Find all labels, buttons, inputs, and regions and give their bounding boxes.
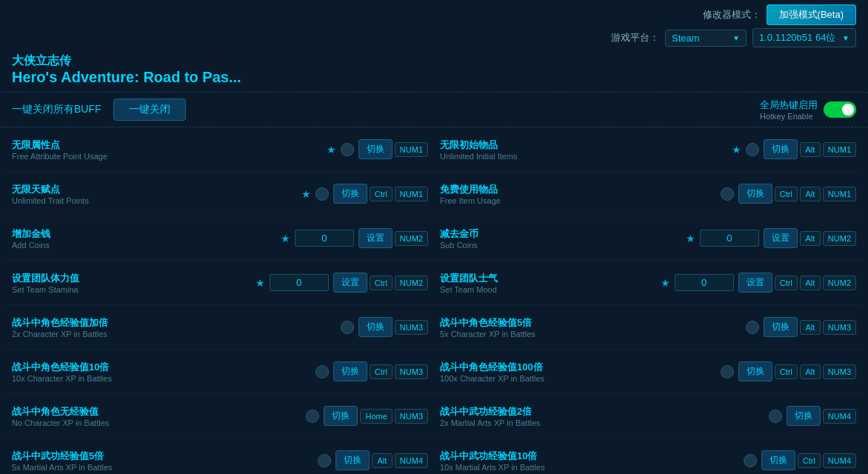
- cheat-item-no_char_xp: 战斗中角色无经验值No Character XP in Battles切换Hom…: [6, 394, 434, 438]
- action-btn-add_coins[interactable]: 设置: [358, 228, 393, 248]
- toggle-dot-no_char_xp[interactable]: [306, 410, 319, 423]
- toggle-dot-5x_martial_xp[interactable]: [318, 454, 331, 467]
- toggle-dot-100x_char_xp[interactable]: [721, 365, 734, 378]
- cheat-name-zh-set_stamina: 设置团队体力值: [12, 272, 251, 285]
- star-icon-set_mood[interactable]: ★: [661, 277, 670, 289]
- toggle-dot-10x_martial_xp[interactable]: [744, 454, 757, 467]
- hotkey-display-100x_char_xp: 切换CtrlAltNUM3: [738, 361, 856, 381]
- toggle-dot-free_item_usage[interactable]: [721, 187, 734, 201]
- toggle-dot-free_attr[interactable]: [341, 143, 354, 156]
- key-badge-Home-no_char_xp: Home: [360, 409, 392, 424]
- cheat-name-zh-free_trait: 无限天赋点: [12, 183, 297, 196]
- key-badge-NUM2-add_coins: NUM2: [395, 231, 428, 246]
- cheat-name-en-unlimited_items: Unlimited Initial Items: [440, 152, 727, 161]
- toggle-dot-2x_char_xp[interactable]: [341, 321, 354, 334]
- key-badge-Ctrl-set_stamina: Ctrl: [370, 276, 393, 290]
- value-input-set_mood[interactable]: [675, 274, 734, 291]
- key-badge-NUM4-10x_martial_xp: NUM4: [823, 453, 856, 468]
- value-input-set_stamina[interactable]: [270, 274, 329, 291]
- action-btn-set_stamina[interactable]: 设置: [333, 273, 367, 293]
- cheat-name-zh-5x_martial_xp: 战斗中武功经验值5倍: [12, 450, 313, 463]
- version-chevron-icon: ▼: [842, 34, 849, 42]
- star-icon-set_stamina[interactable]: ★: [256, 277, 265, 289]
- cheat-info-set_stamina: 设置团队体力值Set Team Stamina: [12, 272, 251, 294]
- key-badge-NUM3-no_char_xp: NUM3: [395, 409, 428, 424]
- toggle-dot-2x_martial_xp[interactable]: [769, 410, 782, 423]
- hotkey-toggle[interactable]: [824, 101, 856, 118]
- star-icon-free_attr[interactable]: ★: [327, 144, 336, 156]
- action-btn-free_attr[interactable]: 切换: [358, 139, 393, 159]
- hotkey-label: 全局热键启用: [760, 99, 818, 112]
- close-all-label: 一键关闭所有BUFF: [12, 103, 101, 116]
- key-badge-Ctrl-set_mood: Ctrl: [775, 276, 798, 290]
- star-icon-free_trait[interactable]: ★: [301, 188, 311, 200]
- action-btn-sub_coins[interactable]: 设置: [764, 228, 798, 248]
- mode-button[interactable]: 加强模式(Beta): [767, 4, 856, 25]
- cheat-item-sub_coins: 减去金币Sub Coins★设置AltNUM2: [434, 216, 862, 261]
- action-btn-10x_martial_xp[interactable]: 切换: [761, 450, 795, 470]
- key-badge-Alt-free_item_usage: Alt: [800, 187, 821, 201]
- cheat-item-set_stamina: 设置团队体力值Set Team Stamina★设置CtrlNUM2: [6, 261, 434, 305]
- hotkey-display-no_char_xp: 切换HomeNUM3: [324, 406, 428, 426]
- cheat-info-10x_char_xp: 战斗中角色经验值10倍10x Character XP in Battles: [12, 361, 311, 383]
- action-btn-set_mood[interactable]: 设置: [738, 273, 772, 293]
- action-btn-unlimited_items[interactable]: 切换: [764, 139, 798, 159]
- cheat-name-zh-2x_martial_xp: 战斗中武功经验值2倍: [440, 405, 764, 418]
- cheat-name-en-add_coins: Add Coins: [12, 241, 276, 250]
- value-input-sub_coins[interactable]: [700, 230, 759, 247]
- cheat-item-10x_martial_xp: 战斗中武功经验值10倍10x Martial Arts XP in Battle…: [434, 438, 862, 474]
- action-btn-free_trait[interactable]: 切换: [333, 184, 367, 204]
- version-select[interactable]: 1.0.1120b51 64位 ▼: [752, 28, 856, 47]
- star-icon-add_coins[interactable]: ★: [281, 233, 290, 244]
- platform-chevron-icon: ▼: [732, 34, 740, 42]
- key-badge-NUM1-free_attr: NUM1: [395, 142, 428, 157]
- key-badge-NUM2-set_stamina: NUM2: [395, 276, 428, 290]
- hotkey-display-set_mood: 设置CtrlAltNUM2: [738, 273, 856, 293]
- key-badge-Alt-set_mood: Alt: [800, 276, 821, 290]
- toggle-dot-5x_char_xp[interactable]: [746, 321, 759, 334]
- cheat-name-zh-5x_char_xp: 战斗中角色经验值5倍: [440, 316, 741, 330]
- action-btn-100x_char_xp[interactable]: 切换: [738, 361, 772, 381]
- star-icon-unlimited_items[interactable]: ★: [732, 144, 741, 156]
- action-btn-5x_martial_xp[interactable]: 切换: [335, 450, 370, 470]
- platform-select[interactable]: Steam ▼: [665, 30, 747, 47]
- action-btn-free_item_usage[interactable]: 切换: [738, 184, 772, 204]
- action-btn-2x_char_xp[interactable]: 切换: [358, 317, 393, 337]
- value-input-add_coins[interactable]: [295, 230, 354, 247]
- action-btn-5x_char_xp[interactable]: 切换: [764, 317, 798, 337]
- cheat-info-free_attr: 无限属性点Free Attribute Point Usage: [12, 138, 322, 161]
- star-icon-sub_coins[interactable]: ★: [686, 233, 695, 244]
- cheat-info-add_coins: 增加金钱Add Coins: [12, 227, 276, 250]
- cheat-item-5x_char_xp: 战斗中角色经验值5倍5x Character XP in Battles切换Al…: [434, 305, 862, 350]
- key-badge-NUM4-5x_martial_xp: NUM4: [395, 453, 428, 468]
- toggle-dot-10x_char_xp[interactable]: [316, 365, 329, 378]
- title-zh: 大侠立志传: [12, 53, 856, 69]
- toggle-dot-free_trait[interactable]: [316, 187, 329, 201]
- cheat-info-sub_coins: 减去金币Sub Coins: [440, 227, 681, 250]
- key-badge-NUM3-5x_char_xp: NUM3: [823, 320, 856, 335]
- cheat-name-en-10x_martial_xp: 10x Martial Arts XP in Battles: [440, 463, 739, 472]
- cheat-info-2x_martial_xp: 战斗中武功经验值2倍2x Martial Arts XP in Battles: [440, 405, 764, 427]
- action-btn-no_char_xp[interactable]: 切换: [324, 406, 358, 426]
- action-btn-10x_char_xp[interactable]: 切换: [333, 361, 367, 381]
- key-badge-NUM3-10x_char_xp: NUM3: [395, 364, 428, 379]
- platform-label: 游戏平台：: [611, 31, 659, 44]
- hotkey-display-5x_martial_xp: 切换AltNUM4: [335, 450, 428, 470]
- key-badge-Ctrl-free_trait: Ctrl: [370, 187, 393, 201]
- key-badge-NUM4-2x_martial_xp: NUM4: [823, 409, 856, 424]
- key-badge-Alt-5x_char_xp: Alt: [800, 320, 821, 335]
- hotkey-display-add_coins: 设置NUM2: [358, 228, 428, 248]
- cheat-name-en-set_mood: Set Team Mood: [440, 285, 656, 294]
- hotkey-display-unlimited_items: 切换AltNUM1: [764, 139, 856, 159]
- close-all-button[interactable]: 一键关闭: [113, 99, 186, 121]
- cheat-name-zh-10x_martial_xp: 战斗中武功经验值10倍: [440, 450, 739, 463]
- toggle-dot-unlimited_items[interactable]: [746, 143, 759, 156]
- key-badge-Alt-100x_char_xp: Alt: [800, 364, 821, 379]
- cheat-info-2x_char_xp: 战斗中角色经验值加倍2x Character XP in Battles: [12, 316, 336, 338]
- cheat-name-en-no_char_xp: No Character XP in Battles: [12, 418, 301, 427]
- cheat-info-100x_char_xp: 战斗中角色经验值100倍100x Character XP in Battles: [440, 361, 716, 383]
- action-btn-2x_martial_xp[interactable]: 切换: [787, 406, 821, 426]
- hotkey-display-2x_char_xp: 切换NUM3: [358, 317, 428, 337]
- cheat-item-5x_martial_xp: 战斗中武功经验值5倍5x Martial Arts XP in Battles切…: [6, 438, 434, 474]
- cheat-item-100x_char_xp: 战斗中角色经验值100倍100x Character XP in Battles…: [434, 350, 862, 394]
